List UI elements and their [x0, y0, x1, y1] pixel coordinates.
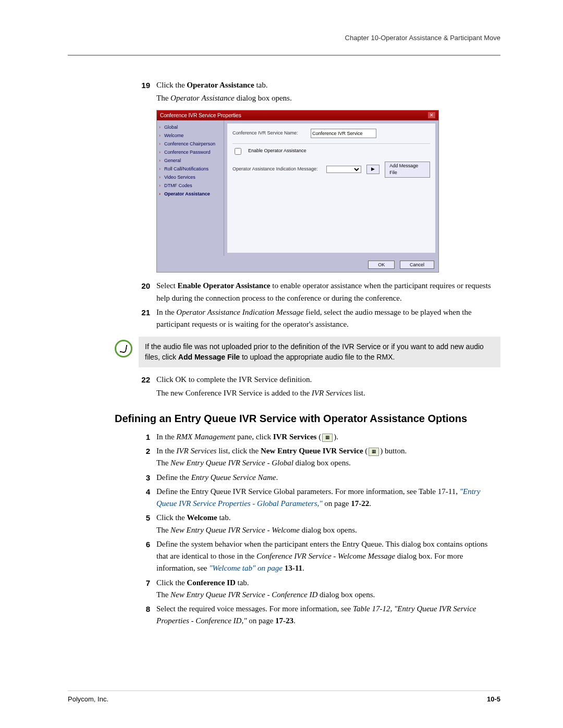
- footer-company: Polycom, Inc.: [68, 695, 108, 703]
- note-text: If the audio file was not uploaded prior…: [139, 337, 500, 367]
- step-number: 3: [136, 472, 156, 484]
- step: 22 Click OK to complete the IVR Service …: [136, 374, 500, 400]
- sidebar-item[interactable]: Conference Password: [159, 149, 222, 157]
- step-number: 19: [136, 79, 156, 278]
- step-body: Click the Welcome tab.The New Entry Queu…: [156, 512, 500, 536]
- dialog-titlebar: Conference IVR Service Properties ✕: [157, 110, 438, 121]
- step: 7 Click the Conference ID tab.The New En…: [136, 577, 500, 601]
- step-text: Click OK to complete the IVR Service def…: [156, 374, 500, 386]
- step-body: In the IVR Services list, click the New …: [156, 445, 500, 470]
- step-number: 21: [136, 306, 156, 331]
- note-box: If the audio file was not uploaded prior…: [115, 337, 500, 367]
- sidebar-item[interactable]: Video Services: [159, 174, 222, 182]
- sidebar-item[interactable]: General: [159, 157, 222, 165]
- step-body: Define the Entry Queue Service Name.: [156, 472, 500, 484]
- chapter-reference: Chapter 10-Operator Assistance & Partici…: [68, 34, 500, 42]
- sidebar-item[interactable]: Conference Chairperson: [159, 140, 222, 149]
- step: 20 Select Enable Operator Assistance to …: [136, 280, 500, 304]
- step-text: The new Conference IVR Service is added …: [156, 387, 500, 399]
- step: 8 Select the required voice messages. Fo…: [136, 603, 500, 627]
- cancel-button[interactable]: Cancel: [400, 261, 434, 269]
- step-body: In the RMX Management pane, click IVR Se…: [156, 431, 500, 443]
- section-heading: Defining an Entry Queue IVR Service with…: [115, 413, 500, 425]
- step-body: Select Enable Operator Assistance to ena…: [156, 280, 500, 304]
- step-body: In the Operator Assistance Indication Me…: [156, 306, 500, 331]
- page-number: 10-5: [487, 695, 500, 703]
- sidebar-item[interactable]: Welcome: [159, 132, 222, 140]
- checkbox-label: Enable Operator Assistance: [248, 147, 307, 155]
- note-icon: [115, 340, 132, 357]
- page-footer: Polycom, Inc. 10-5: [68, 690, 500, 703]
- step-number: 4: [136, 486, 156, 510]
- header-divider: [68, 55, 500, 56]
- step-body: Click the Operator Assistance tab. The O…: [156, 79, 500, 278]
- step-body: Define the system behavior when the part…: [156, 538, 500, 575]
- step: 19 Click the Operator Assistance tab. Th…: [136, 79, 500, 278]
- step: 21 In the Operator Assistance Indication…: [136, 306, 500, 331]
- service-name-input[interactable]: [311, 129, 376, 138]
- dialog-main: Conference IVR Service Name: Enable Oper…: [227, 124, 435, 253]
- enable-checkbox[interactable]: [235, 148, 241, 155]
- dialog-sidebar: Global Welcome Conference Chairperson Co…: [157, 120, 224, 256]
- step: 6 Define the system behavior when the pa…: [136, 538, 500, 575]
- play-button[interactable]: ▶: [366, 165, 380, 174]
- ok-button[interactable]: OK: [368, 261, 395, 269]
- step-text: Click the Operator Assistance tab.: [156, 79, 500, 91]
- step: 3 Define the Entry Queue Service Name.: [136, 472, 500, 484]
- step: 4 Define the Entry Queue IVR Service Glo…: [136, 486, 500, 510]
- step-number: 2: [136, 445, 156, 470]
- field-label: Operator Assistance Indication Message:: [232, 166, 321, 173]
- step-body: Define the Entry Queue IVR Service Globa…: [156, 486, 500, 510]
- step: 2 In the IVR Services list, click the Ne…: [136, 445, 500, 470]
- step-number: 20: [136, 280, 156, 304]
- field-label: Conference IVR Service Name:: [232, 130, 305, 137]
- step-number: 1: [136, 431, 156, 443]
- sidebar-item[interactable]: Roll Call/Notifications: [159, 165, 222, 174]
- step-number: 5: [136, 512, 156, 536]
- step-number: 8: [136, 603, 156, 627]
- step-number: 22: [136, 374, 156, 400]
- sidebar-item[interactable]: Global: [159, 124, 222, 132]
- step-number: 7: [136, 577, 156, 601]
- step-body: Select the required voice messages. For …: [156, 603, 500, 627]
- step-number: 6: [136, 538, 156, 575]
- close-icon[interactable]: ✕: [428, 112, 435, 118]
- step-text: The Operator Assistance dialog box opens…: [156, 92, 500, 104]
- indication-select[interactable]: [326, 166, 361, 173]
- add-message-button[interactable]: Add Message File: [385, 162, 430, 178]
- dialog-screenshot: Conference IVR Service Properties ✕ Glob…: [156, 110, 439, 273]
- dialog-footer: OK Cancel: [157, 256, 438, 272]
- step-body: Click OK to complete the IVR Service def…: [156, 374, 500, 400]
- step-body: Click the Conference ID tab.The New Entr…: [156, 577, 500, 601]
- step: 5 Click the Welcome tab.The New Entry Qu…: [136, 512, 500, 536]
- sidebar-item-active[interactable]: Operator Assistance: [159, 190, 222, 199]
- sidebar-item[interactable]: DTMF Codes: [159, 182, 222, 190]
- dialog-title: Conference IVR Service Properties: [160, 112, 241, 120]
- step: 1 In the RMX Management pane, click IVR …: [136, 431, 500, 443]
